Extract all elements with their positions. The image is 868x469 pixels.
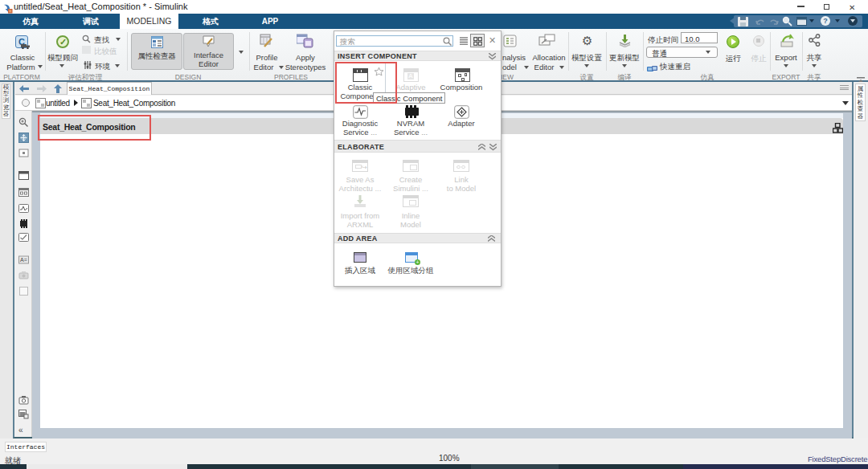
svg-text:A=: A= [20,257,27,263]
